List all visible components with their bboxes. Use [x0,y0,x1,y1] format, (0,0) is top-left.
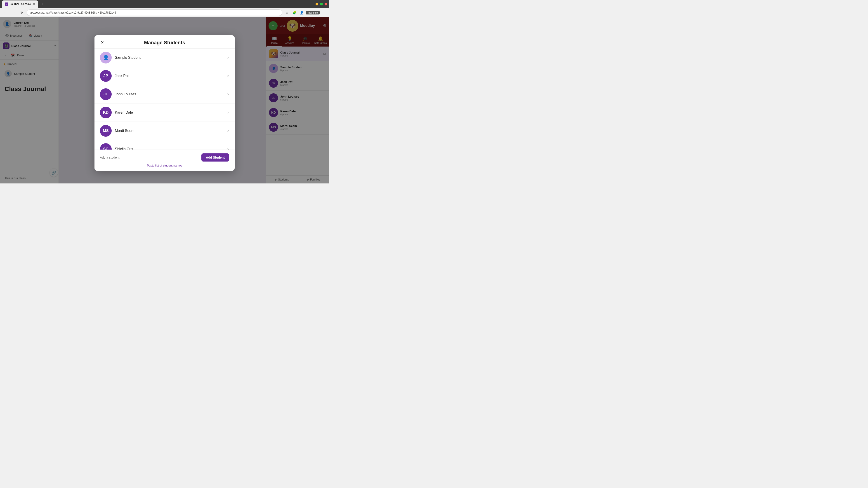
refresh-button[interactable]: ↻ [19,9,25,16]
modal-overlay[interactable]: ✕ Manage Students 👤 Sample Student > JP … [0,17,329,184]
manage-students-modal: ✕ Manage Students 👤 Sample Student > JP … [94,35,235,171]
modal-name-jl: John Louises [115,92,224,96]
modal-student-kd[interactable]: KD Karen Dale > [94,103,235,122]
incognito-badge: Incognito [306,11,320,14]
modal-avatar-sc: SC [100,143,112,150]
modal-student-list: 👤 Sample Student > JP Jack Pot > JL John… [94,48,235,150]
address-input[interactable] [27,9,282,16]
chevron-right-icon-sc: > [227,147,229,150]
add-student-button[interactable]: Add Student [202,153,229,162]
chevron-right-icon-ms: > [227,129,229,133]
maximize-btn[interactable] [320,3,323,5]
back-button[interactable]: ← [2,9,8,16]
address-bar-icons: ☆ 🧩 👤 Incognito ⋮ [284,10,327,15]
modal-avatar-jl: JL [100,88,112,100]
modal-student-ms[interactable]: MS Mordi Seem > [94,122,235,140]
modal-avatar-jp: JP [100,70,112,82]
active-tab[interactable]: S Journal - Seesaw ✕ [2,0,38,8]
add-student-row: Add Student [100,153,229,162]
modal-avatar-sample: 👤 [100,52,112,64]
chevron-right-icon-jl: > [227,92,229,96]
chevron-right-icon-jp: > [227,74,229,78]
tab-favicon: S [5,2,8,6]
modal-student-jl[interactable]: JL John Louises > [94,85,235,103]
extensions-icon[interactable]: 🧩 [291,10,297,15]
modal-header: ✕ Manage Students [94,35,235,48]
modal-student-sample[interactable]: 👤 Sample Student > [94,48,235,67]
chevron-right-icon-kd: > [227,111,229,114]
bookmark-icon[interactable]: ☆ [284,10,290,15]
modal-close-button[interactable]: ✕ [99,39,105,46]
modal-student-jp[interactable]: JP Jack Pot > [94,67,235,85]
minimize-btn[interactable] [315,3,318,5]
modal-title: Manage Students [144,40,185,45]
modal-name-sample: Sample Student [115,56,224,60]
profile-icon[interactable]: 👤 [299,10,305,15]
chevron-right-icon-sample: > [227,56,229,59]
modal-student-sc[interactable]: SC Shiella Cris > [94,140,235,150]
address-bar-row: ← → ↻ ☆ 🧩 👤 Incognito ⋮ [0,8,329,17]
tab-title: Journal - Seesaw [10,2,31,6]
modal-name-ms: Mordi Seem [115,129,224,133]
forward-button[interactable]: → [10,9,17,16]
more-menu-icon[interactable]: ⋮ [321,10,327,15]
browser-tab-bar: S Journal - Seesaw ✕ + [0,0,329,8]
modal-name-kd: Karen Dale [115,110,224,115]
close-btn[interactable] [324,3,327,5]
new-tab-btn[interactable]: + [39,1,45,7]
modal-footer: Add Student Paste list of student names [94,150,235,171]
modal-name-sc: Shiella Cris [115,147,224,150]
modal-avatar-ms: MS [100,125,112,137]
app-container: 👤 Lauren Deli Teacher · 2 Classes 💬 Mess… [0,17,329,184]
paste-list-link[interactable]: Paste list of student names [100,164,229,167]
window-controls [315,3,327,5]
add-student-input[interactable] [100,156,199,159]
modal-avatar-kd: KD [100,107,112,119]
tab-close-btn[interactable]: ✕ [33,2,35,6]
modal-name-jp: Jack Pot [115,74,224,78]
